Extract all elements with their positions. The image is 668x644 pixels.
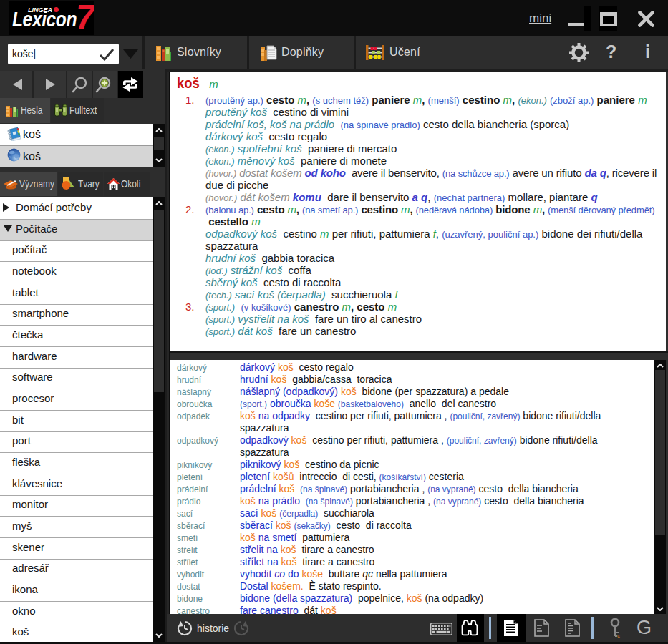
svg-text:c: c [617,633,620,638]
